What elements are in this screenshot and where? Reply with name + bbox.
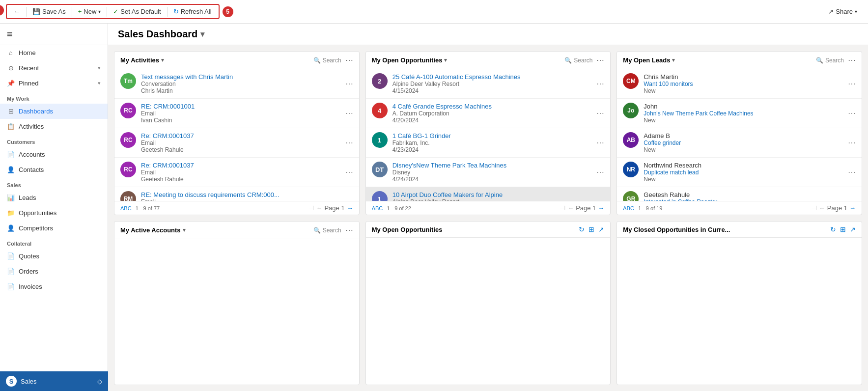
more-icon[interactable]: ⋯	[848, 109, 856, 118]
avatar: AB	[623, 132, 639, 148]
sidebar-item-dashboards[interactable]: ⊞ Dashboards	[0, 104, 108, 119]
prev-page-icon[interactable]: ←	[567, 204, 574, 212]
sidebar-label-opportunities: Opportunities	[19, 209, 56, 217]
refresh-icon[interactable]: ↻	[579, 225, 585, 233]
hamburger-icon[interactable]: ≡	[7, 28, 13, 40]
new-button[interactable]: + New ▾	[74, 6, 105, 17]
sidebar-item-activities[interactable]: 📋 Activities	[0, 119, 108, 134]
lead-item[interactable]: NR Northwind Research Duplicate match le…	[617, 158, 862, 187]
activity-item[interactable]: Tm Text messages with Chris Martin Conve…	[114, 69, 359, 99]
prev-page-icon[interactable]: ←	[316, 204, 322, 212]
dashboards-icon: ⊞	[7, 108, 15, 115]
orders-icon: 📄	[7, 268, 15, 275]
widget-search-open-opps[interactable]: 🔍 Search	[564, 57, 592, 64]
more-icon[interactable]: ⋯	[596, 138, 604, 147]
expand-icon[interactable]: ⊞	[588, 225, 594, 233]
sidebar-item-recent[interactable]: ⊙ Recent ▾	[0, 60, 108, 76]
expand-icon[interactable]: ⊞	[840, 225, 846, 233]
widget-search-open-leads[interactable]: 🔍 Search	[816, 57, 844, 64]
next-page-icon[interactable]: →	[849, 204, 856, 212]
widget-title-open-opps: My Open Opportunities ▾	[372, 56, 448, 64]
chevron-down-icon[interactable]: ▾	[161, 57, 164, 63]
more-icon[interactable]: ⋯	[848, 79, 856, 88]
widget-more-open-leads[interactable]: ⋯	[848, 56, 856, 65]
sidebar-item-orders[interactable]: 📄 Orders	[0, 264, 108, 279]
lead-item[interactable]: Jo John John's New Theme Park Coffee Mac…	[617, 99, 862, 128]
chevron-down-icon[interactable]: ▾	[672, 57, 675, 63]
lead-content: Northwind Research Duplicate match lead …	[644, 162, 843, 183]
abc-link[interactable]: ABC	[623, 205, 634, 211]
back-button[interactable]: ←	[10, 6, 24, 17]
sidebar-item-opportunities[interactable]: 📁 Opportunities	[0, 205, 108, 221]
more-icon[interactable]: ⋯	[345, 138, 353, 147]
more-icon[interactable]: ⋯	[848, 168, 856, 177]
opp-item[interactable]: 1 1 Café BG-1 Grinder Fabrikam, Inc. 4/2…	[366, 128, 611, 158]
dashboard-title: Sales Dashboard ▾	[118, 28, 858, 45]
avatar: RC	[120, 162, 136, 177]
popout-icon[interactable]: ↗	[598, 225, 604, 233]
more-icon[interactable]: ⋯	[345, 79, 353, 88]
activity-item[interactable]: RM RE: Meeting to discuss requirements C…	[114, 187, 359, 201]
sidebar-item-contacts[interactable]: 👤 Contacts	[0, 162, 108, 177]
opp-item[interactable]: 4 4 Café Grande Espresso Machines A. Dat…	[366, 99, 611, 128]
invoices-icon: 📄	[7, 283, 15, 290]
abc-link[interactable]: ABC	[372, 205, 383, 211]
contacts-icon: 👤	[7, 166, 15, 173]
more-icon[interactable]: ⋯	[596, 168, 604, 177]
set-default-button[interactable]: ✓ Set As Default	[109, 6, 165, 17]
activity-content: Re: CRM:0001037 Email Geetesh Rahule	[141, 132, 340, 153]
more-icon[interactable]: ⋯	[596, 79, 604, 88]
opp-item[interactable]: DT Disney'sNew Theme Park Tea Machines D…	[366, 158, 611, 187]
opp-item[interactable]: 2 25 Café A-100 Automatic Espresso Machi…	[366, 69, 611, 99]
widget-more-active-accounts[interactable]: ⋯	[345, 225, 353, 235]
abc-link[interactable]: ABC	[120, 205, 132, 211]
more-icon[interactable]: ⋯	[345, 197, 353, 201]
more-icon[interactable]: ⋯	[848, 197, 856, 201]
sidebar-item-home[interactable]: ⌂ Home	[0, 45, 108, 60]
activity-item[interactable]: RC RE: CRM:0001001 Email Ivan Cashin ⋯	[114, 99, 359, 128]
refresh-button[interactable]: ↻ Refresh All	[169, 6, 216, 17]
chevron-down-icon[interactable]: ▾	[200, 29, 204, 39]
activity-content: RE: CRM:0001001 Email Ivan Cashin	[141, 103, 340, 124]
chevron-down-icon[interactable]: ▾	[444, 57, 447, 63]
activity-item[interactable]: RC Re: CRM:0001037 Email Geetesh Rahule …	[114, 128, 359, 158]
widget-more-open-opps[interactable]: ⋯	[596, 56, 604, 65]
refresh-icon: ↻	[173, 8, 179, 15]
opp-badge: DT	[372, 162, 388, 177]
widget-more-activities[interactable]: ⋯	[345, 56, 353, 65]
more-icon[interactable]: ⋯	[596, 109, 604, 118]
more-icon[interactable]: ⋯	[345, 168, 353, 177]
lead-item[interactable]: AB Adame B Coffee grinder New ⋯	[617, 128, 862, 158]
widget-search-activities[interactable]: 🔍 Search	[313, 57, 341, 64]
opp-item[interactable]: 1 10 Airpot Duo Coffee Makers for Alpine…	[366, 187, 611, 201]
next-page-icon[interactable]: →	[598, 204, 604, 212]
sidebar-item-invoices[interactable]: 📄 Invoices	[0, 279, 108, 294]
activity-item[interactable]: RC Re: CRM:0001037 Email Geetesh Rahule …	[114, 158, 359, 187]
more-icon[interactable]: ⋯	[596, 197, 604, 201]
share-icon: ↗	[828, 8, 834, 15]
activities-icon: 📋	[7, 123, 15, 130]
widget-my-open-leads: My Open Leads ▾ 🔍 Search ⋯	[616, 51, 862, 215]
more-icon[interactable]: ⋯	[345, 109, 353, 118]
first-page-icon[interactable]: ⊣	[560, 204, 565, 212]
chevron-down-icon[interactable]: ▾	[183, 227, 186, 233]
more-icon[interactable]: ⋯	[848, 138, 856, 147]
sidebar-item-competitors[interactable]: 👤 Competitors	[0, 221, 108, 236]
refresh-icon[interactable]: ↻	[830, 225, 836, 233]
sidebar-item-accounts[interactable]: 📄 Accounts	[0, 147, 108, 162]
share-button[interactable]: ↗ Share ▾	[823, 6, 862, 17]
sidebar-item-pinned[interactable]: 📌 Pinned ▾	[0, 76, 108, 91]
lead-item[interactable]: CM Chris Martin Want 100 monitors New ⋯	[617, 69, 862, 99]
popout-icon[interactable]: ↗	[850, 225, 856, 233]
bottom-app-bar[interactable]: 4 S Sales ◇	[0, 371, 108, 391]
first-page-icon[interactable]: ⊣	[812, 204, 817, 212]
sidebar: 1 ≡ ⌂ Home 2 ⊙ Recent ▾	[0, 24, 108, 371]
save-as-button[interactable]: 💾 Save As	[28, 6, 70, 17]
prev-page-icon[interactable]: ←	[819, 204, 825, 212]
lead-item[interactable]: GR Geetesh Rahule Interested in Coffee R…	[617, 187, 862, 201]
sidebar-item-quotes[interactable]: 📄 Quotes	[0, 249, 108, 264]
widget-search-active-accounts[interactable]: 🔍 Search	[313, 227, 341, 234]
sidebar-item-leads[interactable]: 📊 Leads	[0, 190, 108, 205]
next-page-icon[interactable]: →	[347, 204, 353, 212]
first-page-icon[interactable]: ⊣	[308, 204, 314, 212]
